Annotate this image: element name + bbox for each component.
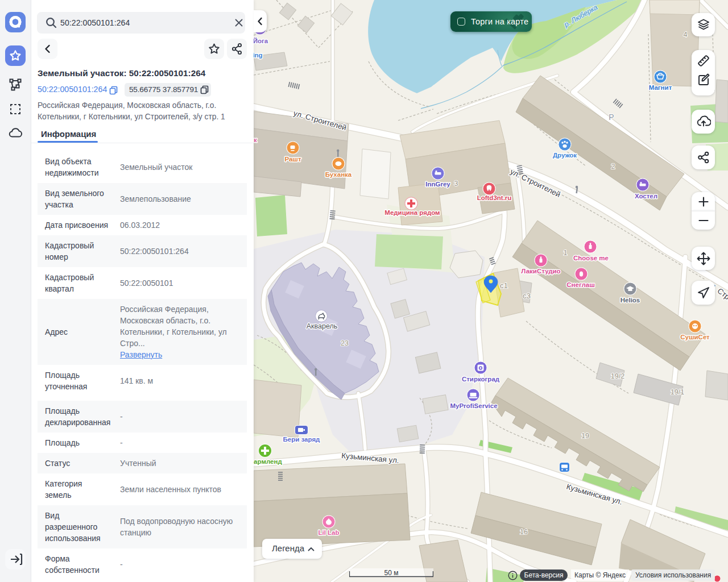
svg-text:Буханка: Буханка — [325, 171, 352, 178]
svg-text:с1: с1 — [500, 281, 508, 290]
svg-text:Акварель: Акварель — [307, 322, 338, 330]
svg-text:InnGrey: InnGrey — [425, 181, 450, 188]
svg-text:Хостел: Хостел — [635, 193, 657, 199]
svg-text:СушиСет: СушиСет — [680, 334, 710, 340]
svg-text:16: 16 — [520, 528, 528, 536]
svg-text:19: 19 — [581, 432, 589, 440]
svg-text:19/2: 19/2 — [611, 372, 624, 380]
svg-text:ing: ing — [254, 52, 263, 59]
svg-text:19/1: 19/1 — [671, 388, 684, 396]
svg-text:ЛакиСтудио: ЛакиСтудио — [521, 268, 560, 275]
svg-text:Helios: Helios — [621, 297, 640, 304]
svg-text:3: 3 — [454, 180, 458, 188]
svg-text:23: 23 — [341, 339, 349, 347]
svg-text:Снеглаш: Снеглаш — [566, 281, 594, 288]
svg-text:Стиркоград: Стиркоград — [462, 376, 500, 383]
svg-text:Дружок: Дружок — [553, 152, 577, 159]
svg-text:2: 2 — [611, 163, 615, 171]
svg-text:Бери заряд: Бери заряд — [283, 436, 320, 443]
svg-text:MyProfiService: MyProfiService — [450, 402, 497, 409]
svg-text:Loftd3nt.ru: Loftd3nt.ru — [477, 194, 512, 201]
svg-text:Медицина рядом: Медицина рядом — [384, 209, 440, 216]
svg-text:Фармленд: Фармленд — [254, 458, 282, 465]
svg-text:1: 1 — [564, 249, 568, 257]
svg-text:50 м: 50 м — [384, 569, 399, 577]
svg-text:Йога: Йога — [254, 38, 268, 44]
svg-text:4: 4 — [684, 31, 688, 39]
svg-text:Choose me: Choose me — [573, 255, 609, 261]
svg-text:Р: Р — [609, 113, 614, 122]
svg-text:с3: с3 — [523, 292, 531, 300]
svg-text:Магнит: Магнит — [649, 84, 672, 91]
svg-text:Lil Lab: Lil Lab — [318, 529, 339, 536]
svg-text:Рашт: Рашт — [284, 156, 301, 163]
svg-text:к: к — [254, 136, 257, 143]
